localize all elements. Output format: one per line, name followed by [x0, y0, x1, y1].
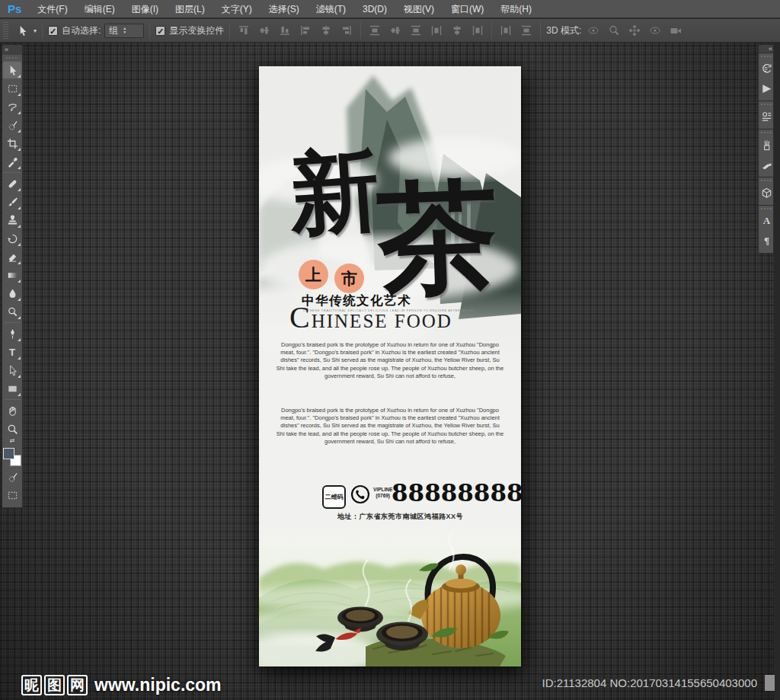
toolbar-collapse-button[interactable]: » — [2, 45, 22, 55]
menu-item-3d[interactable]: 3D(D) — [354, 0, 395, 18]
show-transform-checkbox[interactable]: ✓ — [155, 26, 165, 36]
gradient-tool[interactable] — [2, 266, 22, 284]
auto-select-dropdown[interactable]: 组 ▲▼ — [104, 24, 144, 38]
align-bottom-button[interactable] — [277, 23, 293, 38]
align-vcenter-button[interactable] — [256, 23, 273, 38]
menu-item-type[interactable]: 文字(Y) — [213, 0, 261, 18]
distribute-top-button[interactable] — [366, 23, 383, 38]
poster-document[interactable]: 新 茶 上 市 中华传统文化艺术 CHINESE TRADITIONAL DEL… — [259, 66, 521, 666]
paragraph-panel-button[interactable]: ¶ — [759, 231, 775, 251]
distribute-vcenter-button[interactable] — [387, 23, 404, 38]
watermark-char-3: 网 — [67, 675, 88, 695]
character-panel-button[interactable]: A — [759, 211, 775, 231]
watermark-char-1: 昵 — [21, 675, 42, 695]
3d-rotate-icon[interactable] — [585, 23, 602, 38]
3d-slide-icon[interactable] — [647, 23, 663, 38]
eyedropper-tool[interactable] — [2, 152, 22, 171]
phone-number: 88888888 — [392, 479, 521, 507]
clone-stamp-tool[interactable] — [2, 211, 22, 229]
options-grip — [3, 22, 8, 39]
phone-icon — [350, 484, 370, 504]
poster-title-char-2: 茶 — [376, 175, 500, 299]
healing-brush-tool[interactable] — [2, 174, 22, 193]
quick-select-tool[interactable] — [2, 116, 22, 134]
crop-tool[interactable] — [2, 134, 22, 152]
tool-preset-picker[interactable]: ▾ — [11, 19, 42, 42]
swap-colors-icon[interactable]: ⇄ — [2, 438, 22, 445]
eraser-tool[interactable] — [2, 248, 22, 266]
watermark: 昵 图 网 www.nipic.com — [21, 675, 222, 695]
image-id-text: ID:21132804 NO:20170314155650403000 — [542, 676, 757, 689]
path-select-tool[interactable] — [2, 361, 22, 379]
3d-camera-icon[interactable] — [667, 23, 684, 38]
move-tool[interactable] — [2, 61, 22, 79]
3d-roll-icon[interactable] — [606, 23, 622, 38]
distribute-widths-button[interactable] — [497, 23, 514, 38]
clone-source-panel-button[interactable] — [759, 155, 775, 174]
align-hcenter-button[interactable] — [318, 23, 334, 38]
distribute-left-button[interactable] — [428, 23, 445, 38]
marquee-tool[interactable] — [2, 79, 22, 97]
vip-line-block: VIPLINE (0769) — [373, 487, 392, 498]
menu-item-view[interactable]: 视图(V) — [395, 0, 443, 18]
dodge-tool[interactable] — [2, 302, 22, 321]
type-tool[interactable]: T — [2, 343, 22, 361]
foreground-color-swatch[interactable] — [3, 448, 14, 459]
menu-item-file[interactable]: 文件(F) — [29, 0, 75, 18]
paragraph-panel-icon: ¶ — [764, 235, 769, 247]
menu-item-window[interactable]: 窗口(W) — [443, 0, 492, 18]
menu-item-image[interactable]: 图像(I) — [123, 0, 167, 18]
toolbar-panel: » T ⇄ — [2, 44, 23, 508]
poster-paragraph-2: Dongpo's braised pork is the prototype o… — [276, 407, 504, 446]
history-brush-tool[interactable] — [2, 229, 22, 248]
auto-select-label: 自动选择: — [62, 24, 101, 37]
panel-collapse-button[interactable]: « — [758, 44, 774, 53]
distribute-heights-button[interactable] — [518, 23, 535, 38]
poster-subtitle-en: CHINESE FOOD — [289, 299, 452, 335]
history-panel-button[interactable] — [759, 59, 775, 78]
3d-mode-label: 3D 模式: — [546, 24, 581, 37]
align-left-button[interactable] — [297, 23, 314, 38]
3d-pan-icon[interactable] — [626, 23, 643, 38]
check-icon: ✓ — [50, 27, 56, 36]
blur-tool[interactable] — [2, 284, 22, 302]
options-bar: ▾ ✓ 自动选择: 组 ▲▼ ✓ 显示变换控件 — [0, 19, 780, 43]
align-right-button[interactable] — [338, 23, 355, 38]
distribute-bottom-button[interactable] — [408, 23, 424, 38]
shape-tool[interactable] — [2, 379, 22, 398]
align-top-button[interactable] — [235, 23, 252, 38]
poster-paragraph-1: Dongpo's braised pork is the prototype o… — [276, 341, 504, 380]
menu-item-filter[interactable]: 滤镜(T) — [308, 0, 354, 18]
right-gutter — [774, 43, 780, 700]
tea-plantation-artwork — [259, 523, 521, 666]
actions-panel-button[interactable]: ▶ — [759, 78, 775, 98]
distribute-right-button[interactable] — [469, 23, 486, 38]
lasso-tool[interactable] — [2, 97, 22, 116]
hand-tool[interactable] — [2, 401, 22, 420]
watermark-url: www.nipic.com — [94, 675, 222, 695]
menu-item-layer[interactable]: 图层(L) — [167, 0, 213, 18]
adjustments-panel-button[interactable] — [759, 107, 775, 126]
type-tool-icon: T — [9, 347, 15, 358]
toolbar-grip[interactable] — [2, 55, 22, 61]
dropdown-arrows-icon: ▲▼ — [123, 27, 126, 34]
auto-select-checkbox[interactable]: ✓ — [48, 26, 58, 36]
color-swatches — [3, 448, 21, 466]
brush-tool[interactable] — [2, 193, 22, 211]
distribute-hcenter-button[interactable] — [449, 23, 465, 38]
pen-tool[interactable] — [2, 324, 22, 343]
quick-mask-button[interactable] — [2, 468, 22, 486]
menu-item-edit[interactable]: 编辑(E) — [76, 0, 123, 18]
qr-code-box: 二维码 — [322, 485, 346, 509]
auto-select-value: 组 — [109, 24, 118, 37]
menu-item-help[interactable]: 帮助(H) — [492, 0, 540, 18]
zoom-tool[interactable] — [2, 420, 22, 438]
menu-item-select[interactable]: 选择(S) — [261, 0, 308, 18]
ps-logo: Ps — [5, 2, 29, 15]
check-icon: ✓ — [157, 27, 164, 36]
watermark-char-2: 图 — [44, 675, 65, 695]
character-panel-icon: A — [763, 215, 770, 227]
screen-mode-button[interactable] — [2, 486, 22, 504]
3d-panel-button[interactable] — [759, 183, 775, 203]
brush-presets-panel-button[interactable] — [759, 135, 775, 155]
